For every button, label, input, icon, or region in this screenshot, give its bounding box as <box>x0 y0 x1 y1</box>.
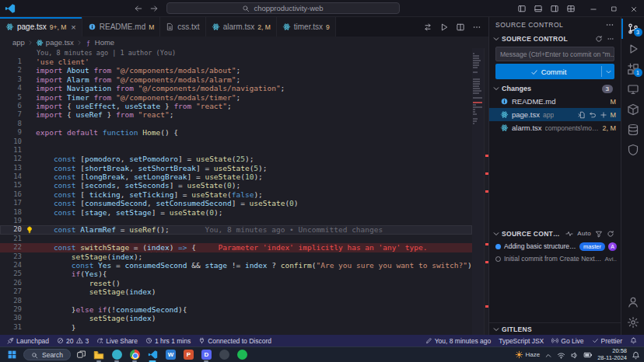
weather-widget[interactable]: Haze <box>515 350 541 359</box>
code-line-22[interactable]: 22 const switchStage = (index) => { Para… <box>0 243 472 252</box>
taskbar-edge[interactable] <box>110 348 124 362</box>
tab-README.md[interactable]: README.mdM <box>82 17 161 37</box>
volume-icon[interactable] <box>570 350 579 360</box>
tab-page.tsx[interactable]: page.tsx9+, M× <box>0 17 82 37</box>
scm-file-README.md[interactable]: README.mdM <box>489 95 621 108</box>
status-time-tracker[interactable]: 1 hrs 1 mins <box>142 337 194 345</box>
code-line-1[interactable]: 1'use client' <box>0 57 472 66</box>
lightbulb-icon[interactable] <box>23 225 36 234</box>
code-line-5[interactable]: 5import Timer from "@/components/modals/… <box>0 93 472 102</box>
code-line-27[interactable]: 27 setStage(index) <box>0 287 472 296</box>
taskbar-spotify[interactable] <box>236 348 249 362</box>
breadcrumb-item-Home[interactable]: ƒHome <box>85 38 114 47</box>
navigate-forward-button[interactable] <box>149 3 159 13</box>
panel-more-button[interactable] <box>605 20 614 30</box>
notification-center-button[interactable] <box>632 350 640 360</box>
swap-button[interactable] <box>423 22 432 32</box>
code-line-15[interactable]: 15 const [seconds, setSeconds] = useStat… <box>0 181 472 190</box>
code-line-31[interactable]: 31 } <box>0 323 472 332</box>
wifi-icon[interactable] <box>557 350 565 360</box>
status-gitlens-blame[interactable]: You, 8 minutes ago <box>422 337 495 345</box>
commit-message-input[interactable]: Message (Ctrl+Enter to commit on "m... <box>495 47 614 61</box>
taskbar-search[interactable]: Search <box>23 349 71 360</box>
code-line-11[interactable]: 11 <box>0 146 472 155</box>
code-line-7[interactable]: 7import { useRef } from "react"; <box>0 110 472 119</box>
taskbar-obs[interactable] <box>218 348 231 362</box>
code-line-2[interactable]: 2import About from "@/components/modals/… <box>0 66 472 75</box>
toggle-secondary-sidebar-button[interactable] <box>550 3 559 13</box>
graph-section-header[interactable]: SOURCE CONTROL GRAPH Auto <box>489 228 621 240</box>
toggle-panel-button[interactable] <box>534 3 543 13</box>
start-button[interactable] <box>4 348 19 362</box>
scm-file-alarm.tsx[interactable]: alarm.tsxcomponents\modals2, M <box>489 121 621 134</box>
code-line-26[interactable]: 26 reset() <box>0 279 472 287</box>
code-line-19[interactable]: 19 <box>0 217 472 225</box>
code-line-10[interactable]: 10 <box>0 137 472 146</box>
activity-gitlens[interactable] <box>621 140 644 160</box>
auto-refresh-icon[interactable] <box>565 230 573 238</box>
code-line-13[interactable]: 13 const [shortBreak, setShortBreak] = u… <box>0 164 472 172</box>
tab-timer.tsx[interactable]: timer.tsx9 <box>277 17 336 37</box>
code-line-30[interactable]: 30 setStage(index) <box>0 314 472 322</box>
activity-run-debug[interactable] <box>621 39 644 59</box>
taskbar-task-view[interactable] <box>75 348 88 362</box>
status-launchpad[interactable]: Launchpad <box>3 337 53 345</box>
graph-commit-row[interactable]: Initial commit from Create Next AppAvi.. <box>489 252 621 265</box>
activity-containers[interactable] <box>621 99 644 120</box>
taskbar-powerpoint[interactable]: P <box>182 348 195 362</box>
code-line-20[interactable]: 20 const AlarmRef = useRef(); You, 8 min… <box>0 225 472 234</box>
more-button[interactable] <box>472 22 481 32</box>
customize-layout-button[interactable] <box>566 3 576 13</box>
battery-icon[interactable] <box>583 350 593 360</box>
code-editor[interactable]: You, 8 minutes ago | 1 author (You) 1'us… <box>0 48 488 335</box>
changes-section-header[interactable]: Changes 3 <box>489 82 621 95</box>
status-live-share[interactable]: Live Share <box>93 337 142 345</box>
stage-button[interactable] <box>600 111 607 119</box>
navigate-back-button[interactable] <box>134 3 143 13</box>
tab-css.txt[interactable]: css.txt <box>160 17 205 37</box>
status-language-mode[interactable]: TypeScript JSX <box>495 337 548 345</box>
status-discord-status[interactable]: Connected to Discord <box>194 337 275 345</box>
code-line-24[interactable]: 24 const Yes = consumedSecond && stage !… <box>0 261 472 270</box>
graph-commit-row[interactable]: Adding basic structure a...masterA <box>489 240 621 252</box>
split-editor-button[interactable] <box>456 22 465 32</box>
code-line-17[interactable]: 17 const [consumedSecond, setConsumedSec… <box>0 199 472 207</box>
goto-file-button[interactable] <box>578 111 586 119</box>
codelens-annotation[interactable]: You, 8 minutes ago | 1 author (You) <box>0 48 472 57</box>
code-line-21[interactable]: 21 <box>0 235 472 243</box>
gitlens-section-header[interactable]: GITLENS <box>489 322 621 335</box>
breadcrumb-item-app[interactable]: app <box>12 38 25 47</box>
taskbar-word[interactable]: W <box>164 348 177 362</box>
activity-source-control[interactable]: 3 <box>621 19 644 39</box>
tab-alarm.tsx[interactable]: alarm.tsx2, M <box>206 17 277 37</box>
code-line-28[interactable]: 28 <box>0 297 472 305</box>
minimize-button[interactable] <box>583 0 604 17</box>
close-button[interactable] <box>624 0 644 17</box>
close-tab-icon[interactable]: × <box>71 23 75 32</box>
status-go-live[interactable]: Go Live <box>548 337 587 345</box>
refresh-button[interactable] <box>595 35 603 44</box>
filter-button[interactable] <box>595 230 603 238</box>
code-line-16[interactable]: 16 const [ ticking, setTicking] = useSta… <box>0 190 472 199</box>
code-line-4[interactable]: 4import Navigation from "@/components/mo… <box>0 84 472 92</box>
minimap[interactable] <box>472 48 484 335</box>
play-button[interactable] <box>439 22 449 32</box>
code-line-29[interactable]: 29 }else if(!consumedSecond){ <box>0 305 472 314</box>
activity-database[interactable] <box>621 120 644 140</box>
code-line-6[interactable]: 6import { useEffect, useState } from "re… <box>0 102 472 110</box>
status-notifications[interactable] <box>626 337 641 344</box>
scm-file-page.tsx[interactable]: page.tsxappM <box>489 108 621 121</box>
tray-overflow-button[interactable] <box>544 350 552 359</box>
toggle-sidebar-button[interactable] <box>517 3 527 13</box>
activity-remote-explorer[interactable] <box>621 79 644 99</box>
status-prettier[interactable]: Prettier <box>588 337 626 345</box>
taskbar-vscode[interactable] <box>146 348 159 362</box>
breadcrumb-item-page.tsx[interactable]: page.tsx <box>36 38 74 47</box>
taskbar-file-explorer[interactable] <box>93 348 106 362</box>
commit-button[interactable]: Commit <box>495 64 614 79</box>
taskbar-chrome[interactable] <box>128 348 142 362</box>
code-line-9[interactable]: 9export default function Home() { <box>0 128 472 137</box>
code-line-3[interactable]: 3import Alarm from "@/components/modals/… <box>0 75 472 84</box>
maximize-button[interactable] <box>604 0 624 17</box>
activity-extensions[interactable]: 1 <box>621 59 644 79</box>
